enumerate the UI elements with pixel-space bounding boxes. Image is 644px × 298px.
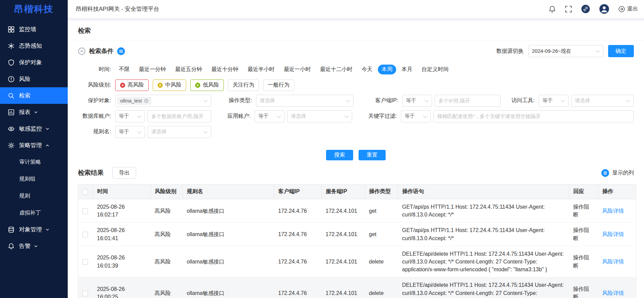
row-checkbox[interactable] xyxy=(82,208,88,214)
rule-name-select[interactable]: 请选择 xyxy=(148,126,211,138)
app-account-op-select[interactable]: 等于 xyxy=(255,110,284,122)
app-account-select[interactable]: 请选择 xyxy=(287,110,352,122)
column-header: 操作 xyxy=(598,184,636,199)
time-option[interactable]: 本月 xyxy=(398,65,416,74)
table-row: 2025-08-26 16:02:17高风险ollama敏感接口172.24.4… xyxy=(78,199,636,223)
export-button[interactable]: 导出 xyxy=(112,167,136,179)
chevron-down-icon xyxy=(34,244,38,248)
sidebar-subitem-rule[interactable]: 规则 xyxy=(0,187,68,204)
reset-button[interactable]: 重置 xyxy=(359,150,386,160)
client-ip-op-select[interactable]: 等于 xyxy=(402,95,432,107)
app-account-label: 应用账户: xyxy=(215,113,255,120)
db-account-op-select[interactable]: 等于 xyxy=(115,110,145,122)
bell-circle-icon xyxy=(7,243,15,250)
sidebar-item-label: 风险 xyxy=(19,75,30,83)
time-option[interactable]: 最近一小时 xyxy=(280,65,315,74)
risk-level-button[interactable]: 中风险 xyxy=(153,79,186,91)
risk-level-label: 风险级别: xyxy=(78,82,115,89)
rule-name-cell: ollama敏感接口 xyxy=(183,246,274,277)
client-ip-cell: 172.24.4.76 xyxy=(274,223,322,246)
time-option[interactable]: 最近一分钟 xyxy=(135,65,170,74)
confirm-button[interactable]: 确定 xyxy=(608,45,634,57)
sidebar-item-monitor-wall[interactable]: 监控墙 xyxy=(0,21,68,38)
sidebar-subitem-virtual-patch[interactable]: 虚拟补丁 xyxy=(0,204,68,221)
tag-close-icon[interactable] xyxy=(144,98,149,103)
risk-detail-link[interactable]: 风险详情 xyxy=(602,290,624,296)
sidebar-item-object-manage[interactable]: 对象管理 xyxy=(0,221,68,238)
column-header: 规则名 xyxy=(183,184,274,199)
time-option[interactable]: 不限 xyxy=(115,65,133,74)
sidebar-item-policy-manage[interactable]: 策略管理 xyxy=(0,137,68,154)
sidebar-item-risk[interactable]: 风险 xyxy=(0,71,68,87)
column-header: 操作语句 xyxy=(398,184,569,199)
response-cell: 操作阻断 xyxy=(569,199,598,223)
time-option[interactable]: 自定义时间 xyxy=(418,65,452,74)
server-ip-cell: 172.24.4.101 xyxy=(322,199,365,223)
risk-level-button[interactable]: 低风险 xyxy=(190,79,224,91)
time-option[interactable]: 最近半小时 xyxy=(244,65,278,74)
access-tool-label: 访问工具: xyxy=(505,97,539,104)
risk-detail-link[interactable]: 风险详情 xyxy=(602,208,624,214)
db-account-input[interactable] xyxy=(148,110,211,122)
chevron-down-icon xyxy=(45,228,49,232)
time-option[interactable]: 最近五分钟 xyxy=(171,65,206,74)
datasource-select[interactable]: 2024-09-26~现在 xyxy=(528,45,603,57)
time-option[interactable]: 今天 xyxy=(358,65,376,74)
row-checkbox[interactable] xyxy=(82,259,88,265)
risk-badge-icon xyxy=(195,83,200,88)
access-tool-op-select[interactable]: 等于 xyxy=(539,95,568,107)
risk-detail-link[interactable]: 风险详情 xyxy=(602,259,624,265)
keyword-op-select[interactable]: 等于 xyxy=(401,110,431,122)
table-row: 2025-08-26 16:01:41高风险ollama敏感接口172.24.4… xyxy=(78,223,636,246)
link-icon[interactable] xyxy=(581,4,590,14)
row-checkbox[interactable] xyxy=(82,232,88,237)
op-value: 等于 xyxy=(406,97,416,104)
page-title: 检索 xyxy=(68,21,644,40)
sidebar-subitem-audit-policy[interactable]: 审计策略 xyxy=(0,154,68,170)
time-cell: 2025-08-26 16:01:39 xyxy=(93,246,151,277)
response-cell: 操作阻断 xyxy=(569,223,598,246)
time-cell: 2025-08-26 16:00:25 xyxy=(93,277,151,298)
time-cell: 2025-08-26 16:02:17 xyxy=(93,199,151,223)
risk-level-button-label: 低风险 xyxy=(203,82,219,89)
avatar[interactable] xyxy=(599,4,609,14)
saved-conditions-menu-icon[interactable] xyxy=(117,47,125,55)
protect-object-select[interactable]: ollma_test xyxy=(115,95,211,107)
notification-bell-icon[interactable] xyxy=(549,5,556,13)
sidebar-subitem-rule-group[interactable]: 规则组 xyxy=(0,170,68,187)
risk-level-button-label: 关注行为 xyxy=(233,82,254,89)
client-ip-input[interactable] xyxy=(435,95,501,107)
operation-statement-cell: GET/api/ps HTTP/1.1 Host: 172.24.4.75:11… xyxy=(398,223,569,246)
sidebar-item-report[interactable]: 报表 xyxy=(0,104,68,120)
rule-name-op-select[interactable]: 等于 xyxy=(115,126,145,138)
access-tool-select[interactable]: 请选择 xyxy=(571,95,634,107)
risk-level-button[interactable]: 关注行为 xyxy=(228,79,259,91)
sidebar-item-situation[interactable]: 态势感知 xyxy=(0,38,68,54)
sidebar-item-protect-object[interactable]: 保护对象 xyxy=(0,54,68,71)
operation-type-select[interactable]: 请选择 xyxy=(256,95,353,107)
row-checkbox[interactable] xyxy=(82,291,88,296)
sidebar-item-sensitive-monitor[interactable]: 敏感监控 xyxy=(0,120,68,137)
risk-level-button[interactable]: 一般行为 xyxy=(263,79,294,91)
select-all-checkbox[interactable] xyxy=(82,189,88,195)
operation-type-cell: delete xyxy=(365,277,398,298)
risk-detail-link[interactable]: 风险详情 xyxy=(602,231,624,237)
search-button[interactable]: 搜索 xyxy=(326,150,353,160)
logout-button[interactable]: 退出 xyxy=(618,5,638,13)
column-header: 时间 xyxy=(93,184,151,199)
time-option[interactable]: 最近十二小时 xyxy=(316,65,356,74)
keyword-input[interactable] xyxy=(433,110,634,122)
collapse-icon[interactable] xyxy=(78,47,86,55)
time-option[interactable]: 最近十分钟 xyxy=(208,65,242,74)
time-option[interactable]: 本周 xyxy=(378,65,396,74)
sidebar-item-label: 态势感知 xyxy=(19,42,42,50)
sidebar-item-alert[interactable]: 告警 xyxy=(0,238,68,254)
fullscreen-icon[interactable] xyxy=(565,5,572,13)
risk-level-button[interactable]: 高风险 xyxy=(115,79,149,91)
select-placeholder: 请选择 xyxy=(575,97,590,104)
rule-name-cell: ollama敏感接口 xyxy=(183,277,274,298)
displayed-columns-button[interactable]: 显示的列 xyxy=(601,169,634,177)
sidebar-item-search[interactable]: 检索 xyxy=(0,87,68,104)
columns-icon xyxy=(601,169,609,177)
datasource-label: 数据源切换 xyxy=(496,48,523,55)
